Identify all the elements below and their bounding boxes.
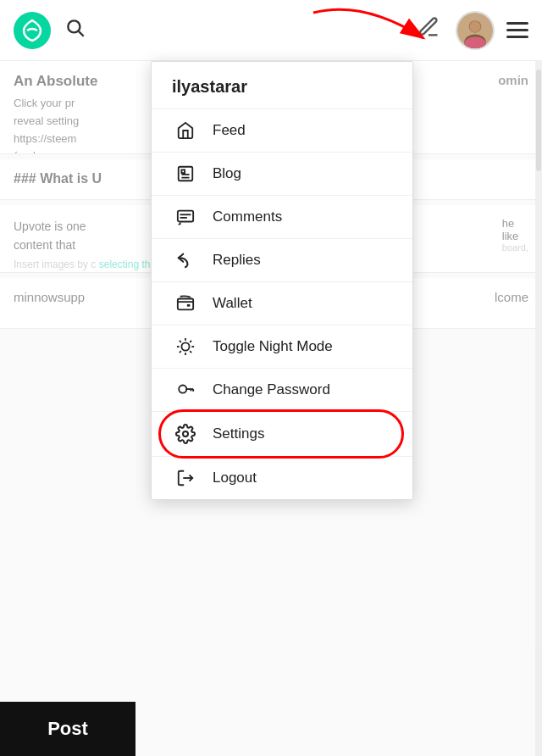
logout-label: Logout [213,470,257,486]
blog-icon [172,164,199,183]
night-mode-icon [172,337,199,356]
wallet-icon [172,294,199,313]
comments-label: Comments [213,208,282,225]
comments-icon [172,208,199,226]
replies-label: Replies [213,252,261,269]
menu-item-night-mode[interactable]: Toggle Night Mode [152,325,412,369]
svg-point-6 [470,21,481,32]
svg-point-7 [464,36,486,50]
wallet-label: Wallet [213,295,252,312]
edit-icon[interactable] [417,15,440,45]
menu-item-feed[interactable]: Feed [152,109,412,153]
svg-point-16 [181,342,189,350]
post-button[interactable]: Post [0,702,136,756]
svg-line-2 [79,31,84,36]
menu-item-logout[interactable]: Logout [152,457,412,499]
settings-icon [172,424,199,444]
blog-label: Blog [213,165,241,182]
svg-line-19 [180,341,181,342]
app-logo[interactable] [14,12,51,49]
svg-rect-14 [178,299,193,310]
svg-line-23 [180,351,181,353]
svg-point-25 [179,386,186,393]
svg-point-29 [183,431,188,436]
post-button-label: Post [47,718,88,740]
feed-icon [172,121,199,140]
hamburger-menu-icon[interactable] [506,22,528,38]
svg-line-20 [190,351,191,353]
svg-line-24 [190,341,191,342]
replies-icon [172,251,199,270]
dropdown-menu: ilyastarar Feed Blog [151,61,413,500]
menu-item-blog[interactable]: Blog [152,153,412,196]
key-icon [172,381,199,399]
logout-icon [172,469,199,487]
menu-item-settings[interactable]: Settings [152,412,412,457]
night-mode-label: Toggle Night Mode [213,338,333,355]
header [0,0,542,61]
feed-label: Feed [213,122,246,139]
menu-item-wallet[interactable]: Wallet [152,282,412,325]
change-password-label: Change Password [213,381,330,398]
menu-item-replies[interactable]: Replies [152,239,412,282]
dropdown-username: ilyastarar [152,62,412,109]
svg-point-1 [68,20,80,32]
avatar[interactable] [456,11,495,50]
svg-rect-15 [187,304,191,307]
menu-item-comments[interactable]: Comments [152,196,412,239]
svg-rect-10 [178,211,193,222]
search-icon[interactable] [64,17,86,44]
menu-item-change-password[interactable]: Change Password [152,369,412,412]
settings-label: Settings [213,425,264,442]
svg-point-0 [14,12,51,49]
